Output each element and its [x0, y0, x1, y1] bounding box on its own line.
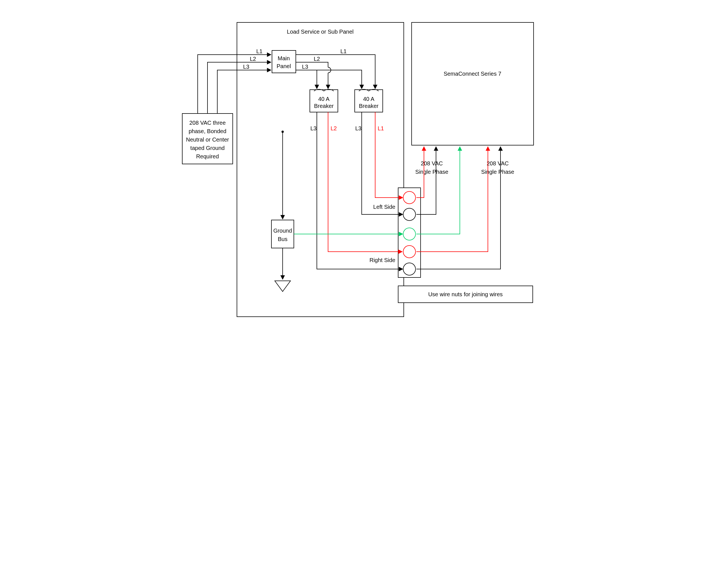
- semaconnect-box: [412, 22, 534, 145]
- breaker2-l2: Breaker: [359, 103, 379, 109]
- right-side-label: Right Side: [370, 257, 395, 263]
- terminal-5: [403, 263, 415, 275]
- source-l3: Neutral or Center: [186, 136, 229, 143]
- semaconnect-title: SemaConnect Series 7: [444, 71, 501, 77]
- gb-node: [282, 131, 284, 133]
- ground-bus-l2: Bus: [278, 236, 287, 242]
- mp-l2-label: L2: [314, 56, 320, 62]
- main-panel-l1: Main: [278, 55, 290, 61]
- source-l1: 208 VAC three: [189, 120, 226, 126]
- wiring-diagram: Load Service or Sub Panel SemaConnect Se…: [168, 11, 547, 325]
- breaker1-l2: Breaker: [314, 103, 334, 109]
- src-l1-label: L1: [256, 48, 262, 55]
- src-l3-label: L3: [243, 64, 249, 70]
- terminal-3: [403, 228, 415, 240]
- b1-l3-label: L3: [310, 125, 316, 131]
- wire-nuts-note: Use wire nuts for joining wires: [428, 291, 503, 297]
- terminal-1: [403, 191, 415, 204]
- source-l5: Required: [196, 153, 219, 160]
- sub-panel-title: Load Service or Sub Panel: [287, 28, 353, 35]
- phase2-l2: Single Phase: [481, 169, 514, 175]
- breaker2-l1: 40 A: [363, 96, 374, 102]
- main-panel-l2: Panel: [277, 63, 291, 69]
- breaker1-l1: 40 A: [318, 96, 330, 102]
- phase1-l2: Single Phase: [415, 169, 448, 175]
- b1-l2-label: L2: [331, 125, 337, 131]
- ground-bus-box: [271, 220, 294, 248]
- left-side-label: Left Side: [373, 204, 395, 210]
- terminal-4: [403, 246, 415, 258]
- source-l4: taped Ground: [190, 145, 225, 151]
- mp-l3-label: L3: [302, 64, 308, 70]
- ground-bus-l1: Ground: [273, 228, 292, 234]
- mp-l1-label: L1: [341, 48, 347, 55]
- terminal-2: [403, 208, 415, 220]
- source-l2: phase, Bonded: [189, 128, 227, 134]
- src-l2-label: L2: [250, 56, 256, 62]
- b2-l3-label: L3: [355, 125, 362, 131]
- main-panel-box: [272, 50, 296, 73]
- sub-panel-box: [237, 22, 404, 317]
- phase2-l1: 208 VAC: [487, 160, 509, 167]
- b2-l1-label: L1: [378, 125, 384, 131]
